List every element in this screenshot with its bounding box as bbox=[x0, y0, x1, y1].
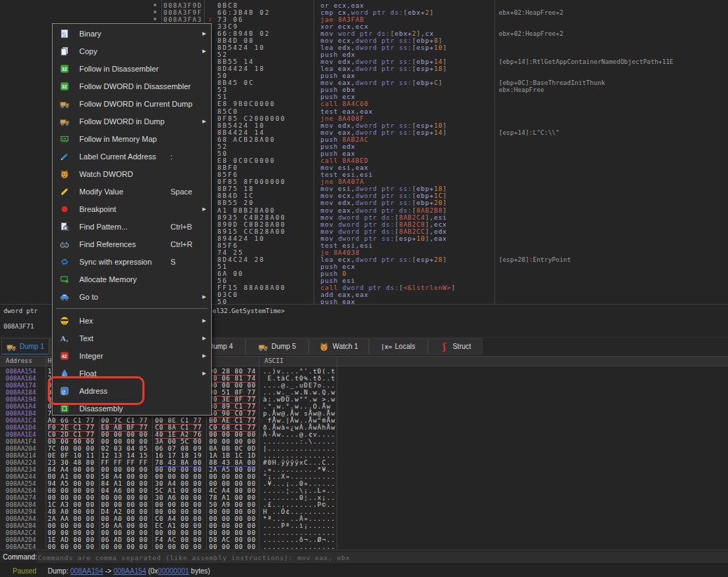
dump-hex-group[interactable]: 00 00 00 00 bbox=[48, 522, 95, 529]
dump-hex-group[interactable]: 00 00 00 00 bbox=[209, 522, 256, 529]
dump-hex-group[interactable]: 00 00 00 00 bbox=[101, 466, 148, 473]
dump-hex-group[interactable]: 5C A1 00 00 bbox=[155, 487, 202, 494]
dump-hex-group[interactable]: 00 00 00 00 bbox=[209, 473, 256, 480]
menu-item-find-pattern[interactable]: Find Pattern...Ctrl+B bbox=[53, 218, 211, 235]
dump-row[interactable]: 008AA22423 30 48 80FF FF FF FF78 43 8A 0… bbox=[0, 459, 728, 466]
dump-hex-group[interactable]: EC A1 00 00 bbox=[155, 522, 202, 529]
dump-hex-group[interactable]: 30 A4 00 00 bbox=[155, 480, 202, 487]
menu-item-go-to[interactable]: Go to▶ bbox=[53, 288, 211, 305]
menu-item-text[interactable]: AaText▶ bbox=[53, 329, 211, 347]
dump-hex-group[interactable]: 1C A3 00 00 bbox=[48, 501, 95, 508]
dump-hex-group[interactable]: 4C A4 00 00 bbox=[209, 487, 256, 494]
menu-item-sync-with-expression[interactable]: Sync with expressionS bbox=[53, 253, 211, 270]
dump-hex-group[interactable]: 02 03 04 05 bbox=[101, 445, 148, 452]
dump-hex-group[interactable]: 00 00 00 00 bbox=[155, 473, 202, 480]
dump-hex-group[interactable]: FF FF FF FF bbox=[101, 459, 148, 466]
dump-hex-group[interactable]: 00 00 00 00 bbox=[209, 480, 256, 487]
dump-hex-group[interactable]: 00 00 00 00 bbox=[209, 438, 256, 445]
dump-hex-group[interactable]: 00 00 00 00 bbox=[209, 515, 256, 522]
dump-hex-group[interactable]: 00 00 00 00 bbox=[155, 508, 202, 515]
dump-hex-group[interactable]: 00 00 00 00 bbox=[155, 529, 202, 536]
dump-hex-group[interactable]: C0 A4 00 00 bbox=[155, 515, 202, 522]
dump-hex-group[interactable]: D8 AC 00 00 bbox=[209, 536, 256, 543]
dump-row[interactable]: 008AA25494 A5 00 0084 A1 00 0030 A4 00 0… bbox=[0, 480, 728, 487]
dump-hex-group[interactable]: 00 00 00 00 bbox=[101, 431, 148, 438]
menu-item-integer[interactable]: 42Integer▶ bbox=[53, 347, 211, 364]
dump-hex-group[interactable]: 0E 0F 10 11 bbox=[48, 452, 95, 459]
dump-hex-group[interactable]: 48 A0 00 00 bbox=[48, 508, 95, 515]
dump-row[interactable]: 008AA2140E 0F 10 1112 13 14 1516 17 18 1… bbox=[0, 452, 728, 459]
menu-item-watch-dword[interactable]: Watch DWORD bbox=[53, 165, 211, 183]
dump-hex-group[interactable]: D4 A2 00 00 bbox=[101, 508, 148, 515]
menu-item-follow-dword-in-current-dump[interactable]: Follow DWORD in Current Dump bbox=[53, 95, 211, 112]
menu-item-follow-dword-in-disassembler[interactable]: 32Follow DWORD in Disassembler bbox=[53, 77, 211, 95]
status-dump-to-link[interactable]: 008AA154 bbox=[114, 567, 147, 575]
dump-hex-group[interactable]: 00 00 00 00 bbox=[48, 438, 95, 445]
status-dump-size-link[interactable]: 00000001 bbox=[158, 567, 189, 575]
dump-hex-group[interactable]: 00 00 00 00 bbox=[101, 438, 148, 445]
dump-hex-group[interactable]: 2A AA 00 00 bbox=[48, 515, 95, 522]
dump-row[interactable]: 008AA2A42A AA 00 0000 A0 00 00C0 A4 00 0… bbox=[0, 515, 728, 522]
disasm-row[interactable]: 008A3F9F66:3B4B 02cmp cx,word ptr ds:[eb… bbox=[0, 9, 728, 16]
tab-dump-5[interactable]: Dump 5 bbox=[245, 338, 309, 354]
breakpoint-dot-icon[interactable] bbox=[154, 18, 156, 20]
dump-hex-group[interactable]: 00 00 00 00 bbox=[48, 529, 95, 536]
dump-row[interactable]: 008AA1D4F0 2E C1 77E0 AB BF 77C0 8A C1 7… bbox=[0, 424, 728, 431]
menu-item-hex[interactable]: Hex▶ bbox=[53, 312, 211, 329]
menu-item-label-current-address[interactable]: Label Current Address: bbox=[53, 147, 211, 165]
menu-item-allocate-memory[interactable]: Allocate Memory bbox=[53, 270, 211, 288]
dump-hex-group[interactable]: 1A 1B 1C 1D bbox=[209, 452, 256, 459]
dump-row[interactable]: 008AA1C4A0 66 C1 7700 7C C1 7700 8E C1 7… bbox=[0, 417, 728, 424]
dump-row[interactable]: 008AA2C400 00 00 0000 00 00 0000 00 00 0… bbox=[0, 529, 728, 536]
dump-hex-group[interactable]: 00 00 00 00 bbox=[209, 382, 256, 389]
disasm-row[interactable]: 008A3FA3∨73 06jae 8A3FAB bbox=[0, 16, 728, 23]
command-input[interactable] bbox=[36, 552, 728, 563]
menu-item-find-references[interactable]: Find ReferencesCtrl+R bbox=[53, 235, 211, 253]
breakpoint-dot-icon[interactable] bbox=[154, 11, 156, 13]
dump-hex-group[interactable]: 3A 00 5C 00 bbox=[155, 438, 202, 445]
dump-row[interactable]: 008AA23484 A4 00 0000 00 00 0000 00 00 0… bbox=[0, 466, 728, 473]
dump-hex-group[interactable]: B0 A1 00 00 bbox=[48, 473, 95, 480]
dump-hex-group[interactable]: 00 00 00 00 bbox=[48, 487, 95, 494]
menu-item-follow-dword-in-dump[interactable]: Follow DWORD in Dump▶ bbox=[53, 112, 211, 130]
dump-hex-group[interactable]: 94 A5 00 00 bbox=[48, 480, 95, 487]
dump-row[interactable]: 008AA2B400 00 00 0050 AA 00 00EC A1 00 0… bbox=[0, 522, 728, 529]
dump-hex-group[interactable]: 50 A9 00 00 bbox=[209, 501, 256, 508]
dump-hex-group[interactable]: 00 00 00 00 bbox=[48, 494, 95, 501]
dump-row[interactable]: 008AA2047C 00 00 0002 03 04 0506 07 08 0… bbox=[0, 445, 728, 452]
dump-hex-group[interactable]: 12 13 14 15 bbox=[101, 452, 148, 459]
dump-hex-group[interactable]: 84 A1 00 00 bbox=[101, 480, 148, 487]
dump-hex-group[interactable]: 00 00 00 00 bbox=[101, 494, 148, 501]
dump-hex-group[interactable]: 00 A0 00 00 bbox=[101, 515, 148, 522]
dump-row[interactable]: 008AA26400 00 00 0004 A6 00 005C A1 00 0… bbox=[0, 487, 728, 494]
dump-row[interactable]: 008AA29448 A0 00 00D4 A2 00 0000 00 00 0… bbox=[0, 508, 728, 515]
dump-hex-group[interactable]: 2A A5 00 00 bbox=[209, 466, 256, 473]
status-dump-from-link[interactable]: 008AA154 bbox=[70, 567, 103, 575]
menu-item-binary[interactable]: 0110Binary▶ bbox=[53, 25, 211, 42]
dump-hex-group[interactable]: 1E AD 00 00 bbox=[48, 536, 95, 543]
dump-hex-group[interactable]: 00 00 00 00 bbox=[155, 501, 202, 508]
dump-hex-group[interactable]: 00 00 00 00 bbox=[101, 529, 148, 536]
dump-hex-group[interactable]: 58 A4 00 00 bbox=[101, 473, 148, 480]
dump-hex-group[interactable]: 00 00 00 00 bbox=[48, 543, 95, 549]
dump-hex-group[interactable]: 23 30 48 80 bbox=[48, 459, 95, 466]
dump-hex-group[interactable]: 50 AA 00 00 bbox=[101, 522, 148, 529]
dump-hex-group[interactable]: 78 A1 00 00 bbox=[209, 494, 256, 501]
dump-row[interactable]: 008AA2841C A3 00 0000 00 00 0000 00 00 0… bbox=[0, 501, 728, 508]
disasm-row[interactable]: 008A3F9D0BC8or ecx,eax bbox=[0, 2, 728, 9]
dump-hex-group[interactable]: 06 AD 00 00 bbox=[101, 536, 148, 543]
dump-hex-group[interactable]: 16 17 18 19 bbox=[155, 452, 202, 459]
menu-item-copy[interactable]: Copy▶ bbox=[53, 42, 211, 60]
dump-hex-group[interactable]: 7C 00 00 00 bbox=[48, 445, 95, 452]
dump-hex-group[interactable]: 0A 0B 0C 0D bbox=[209, 445, 256, 452]
tab-dump-1[interactable]: Dump 1 bbox=[1, 338, 49, 355]
dump-hex-group[interactable]: 00 00 00 00 bbox=[155, 543, 202, 549]
tab-struct[interactable]: ʃStruct bbox=[428, 338, 483, 354]
dump-hex-group[interactable]: 00 00 00 00 bbox=[209, 529, 256, 536]
dump-hex-group[interactable]: 00 00 00 00 bbox=[101, 501, 148, 508]
dump-row[interactable]: 008AA2D41E AD 00 0006 AD 00 00F4 AC 00 0… bbox=[0, 536, 728, 543]
dump-hex-group[interactable]: 00 00 00 00 bbox=[209, 543, 256, 549]
dump-hex-group[interactable]: 04 A6 00 00 bbox=[101, 487, 148, 494]
dump-row[interactable]: 008AA27400 00 00 0000 00 00 0030 A6 00 0… bbox=[0, 494, 728, 501]
dump-row[interactable]: 008AA2E400 00 00 0000 00 00 0000 00 00 0… bbox=[0, 543, 728, 549]
